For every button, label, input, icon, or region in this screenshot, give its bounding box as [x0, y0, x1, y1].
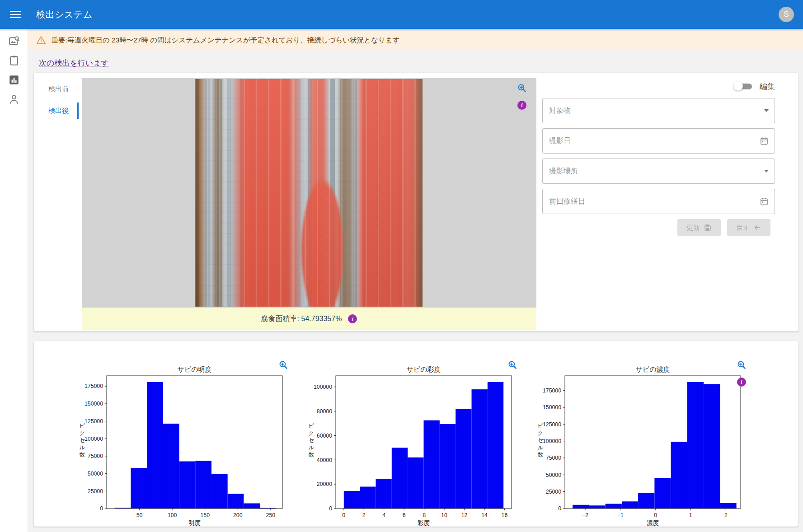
- svg-text:数: 数: [538, 452, 543, 458]
- svg-text:200: 200: [233, 512, 243, 518]
- svg-text:0: 0: [558, 505, 561, 512]
- bar-chart-icon: [8, 74, 20, 86]
- svg-text:ク: ク: [309, 430, 315, 436]
- result-strip: 腐食面積率: 54.793357% i: [82, 308, 536, 330]
- svg-text:4: 4: [382, 512, 385, 518]
- viewer-zoom-in-button[interactable]: [517, 84, 526, 93]
- histograms-card: 0250005000075000100000125000150000175000…: [34, 341, 798, 527]
- app-title: 検出システム: [36, 9, 93, 21]
- target-object-select[interactable]: 対象物: [542, 98, 775, 123]
- sidebar-item-bar-chart[interactable]: [5, 74, 23, 86]
- tab-after-detection[interactable]: 検出後: [34, 100, 82, 121]
- chart-zoom-button[interactable]: [279, 360, 288, 369]
- update-button[interactable]: 更新: [677, 219, 721, 236]
- svg-text:ピ: ピ: [309, 423, 315, 429]
- brightness-histogram-svg: 0250005000075000100000125000150000175000…: [78, 358, 294, 526]
- zoom-in-icon: [517, 84, 526, 93]
- info-icon: i: [348, 314, 357, 323]
- person-icon: [8, 93, 20, 105]
- rust-detection-overlay-image: [195, 79, 423, 307]
- svg-text:濃度: 濃度: [647, 519, 659, 526]
- svg-text:数: 数: [80, 452, 85, 458]
- info-icon: i: [737, 378, 746, 387]
- shoot-date-field[interactable]: 撮影日: [542, 128, 775, 154]
- svg-text:−2: −2: [582, 512, 588, 518]
- svg-text:0: 0: [329, 505, 332, 512]
- svg-text:12: 12: [461, 512, 468, 518]
- zoom-in-icon: [737, 360, 746, 369]
- svg-text:0: 0: [654, 512, 657, 518]
- image-search-icon: [8, 35, 20, 47]
- warning-icon: [36, 35, 46, 45]
- svg-text:ピ: ピ: [80, 423, 85, 429]
- svg-text:16: 16: [502, 512, 508, 518]
- revert-button[interactable]: 戻す: [727, 219, 770, 236]
- svg-text:100000: 100000: [543, 438, 561, 444]
- app-bar: 検出システム S: [0, 0, 803, 29]
- hamburger-menu-icon[interactable]: [6, 5, 24, 23]
- chevron-down-icon: [764, 170, 769, 173]
- clipboard-icon: [8, 55, 20, 66]
- edit-toggle-row: 編集: [542, 80, 775, 93]
- saturation-histogram-svg: 0200004000060000800001000000246810121416…: [307, 358, 523, 526]
- result-info-button[interactable]: i: [348, 314, 357, 323]
- chart-zoom-button[interactable]: [737, 360, 746, 369]
- svg-text:14: 14: [481, 512, 488, 518]
- save-icon: [704, 224, 712, 232]
- svg-text:100000: 100000: [314, 384, 332, 390]
- svg-text:6: 6: [403, 512, 406, 518]
- svg-text:彩度: 彩度: [418, 519, 430, 526]
- sidebar: [0, 29, 28, 532]
- svg-text:セ: セ: [538, 437, 544, 443]
- zoom-in-icon: [279, 360, 288, 369]
- chart-zoom-button[interactable]: [508, 360, 517, 369]
- svg-text:0: 0: [342, 512, 345, 518]
- left-arrow-icon: [753, 224, 761, 232]
- corrosion-rate-label: 腐食面積率:: [261, 315, 299, 322]
- sidebar-item-clipboard[interactable]: [5, 55, 23, 66]
- user-avatar[interactable]: S: [779, 7, 794, 22]
- svg-text:ル: ル: [309, 444, 315, 451]
- svg-text:40000: 40000: [317, 457, 332, 463]
- viewer-info-button[interactable]: i: [517, 101, 526, 110]
- svg-text:サビの彩度: サビの彩度: [406, 365, 441, 373]
- detection-card: 検出前 検出後 i: [34, 73, 798, 331]
- svg-text:0: 0: [100, 505, 103, 512]
- svg-text:−1: −1: [617, 512, 624, 518]
- svg-text:ル: ル: [80, 444, 85, 451]
- form-buttons: 更新 戻す: [542, 219, 775, 236]
- sidebar-item-image-search[interactable]: [5, 35, 23, 47]
- svg-text:20000: 20000: [317, 481, 332, 487]
- sidebar-item-person[interactable]: [5, 93, 23, 105]
- svg-text:明度: 明度: [188, 519, 201, 526]
- svg-text:50000: 50000: [546, 472, 561, 478]
- info-icon: i: [517, 101, 526, 110]
- last-repair-date-field[interactable]: 前回修繕日: [542, 189, 775, 214]
- tab-before-detection[interactable]: 検出前: [34, 78, 82, 100]
- metadata-form: 編集 対象物 撮影日 撮影場所: [536, 73, 798, 331]
- density-histogram-svg: 0250005000075000100000125000150000175000…: [536, 358, 752, 526]
- saturation-histogram: 0200004000060000800001000000246810121416…: [307, 358, 523, 526]
- viewer-column: i 腐食面積率: 54.793357% i: [82, 73, 536, 331]
- svg-text:175000: 175000: [85, 383, 103, 389]
- edit-toggle-switch[interactable]: [733, 81, 755, 92]
- svg-text:125000: 125000: [543, 421, 561, 428]
- maintenance-alert: 重要:毎週火曜日の 23時〜27時 の間はシステムメンテナンスが予定されており、…: [28, 31, 803, 50]
- svg-text:2: 2: [724, 512, 728, 518]
- svg-text:100000: 100000: [85, 436, 103, 442]
- svg-text:サビの明度: サビの明度: [177, 365, 211, 373]
- calendar-icon: [760, 136, 769, 145]
- svg-text:2: 2: [362, 512, 366, 518]
- next-detection-link[interactable]: 次の検出を行います: [39, 58, 109, 68]
- main-content: 重要:毎週火曜日の 23時〜27時 の間はシステムメンテナンスが予定されており、…: [28, 29, 803, 532]
- chart-info-button[interactable]: i: [737, 378, 746, 387]
- shoot-location-select[interactable]: 撮影場所: [542, 159, 775, 184]
- svg-text:60000: 60000: [317, 433, 332, 439]
- svg-text:250: 250: [266, 512, 276, 518]
- corrosion-rate-text: 腐食面積率: 54.793357%: [261, 314, 342, 324]
- svg-text:1: 1: [689, 512, 692, 518]
- svg-text:セ: セ: [309, 437, 315, 443]
- svg-text:50000: 50000: [88, 471, 103, 477]
- brightness-histogram: 0250005000075000100000125000150000175000…: [78, 358, 294, 526]
- svg-text:75000: 75000: [88, 453, 103, 459]
